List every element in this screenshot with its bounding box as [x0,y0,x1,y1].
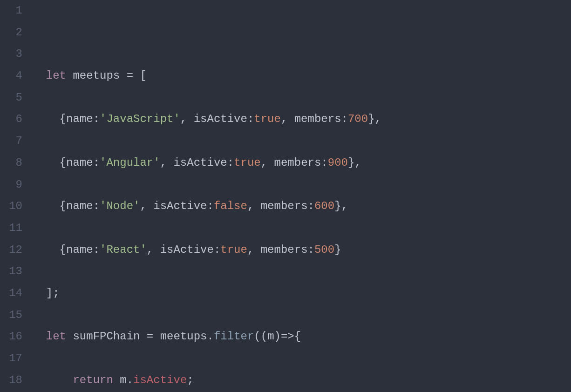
code-line [33,22,571,44]
line-number-gutter: 1 2 3 4 5 6 7 8 9 10 11 12 13 14 15 16 1… [0,0,33,392]
line-number: 15 [0,304,22,326]
line-number: 7 [0,130,22,152]
line-number: 14 [0,283,22,304]
line-number: 3 [0,43,22,65]
line-number: 13 [0,261,22,283]
code-line: return m.isActive; [33,370,571,392]
line-number: 5 [0,87,22,109]
code-line: {name:'Node', isActive:false, members:60… [33,196,571,217]
line-number: 16 [0,326,22,348]
code-line: ]; [33,283,571,304]
line-number: 8 [0,152,22,174]
code-line: {name:'Angular', isActive:true, members:… [33,152,571,174]
line-number: 2 [0,22,22,44]
line-number: 6 [0,108,22,130]
line-number: 1 [0,0,22,22]
code-line: let sumFPChain = meetups.filter((m)=>{ [33,326,571,348]
line-number: 17 [0,348,22,370]
line-number: 10 [0,196,22,217]
code-line: let meetups = [ [33,65,571,87]
line-number: 4 [0,65,22,87]
line-number: 18 [0,370,22,392]
code-content[interactable]: let meetups = [ {name:'JavaScript', isAc… [33,0,571,392]
line-number: 11 [0,217,22,239]
line-number: 12 [0,239,22,261]
code-line: {name:'React', isActive:true, members:50… [33,239,571,261]
code-editor[interactable]: 1 2 3 4 5 6 7 8 9 10 11 12 13 14 15 16 1… [0,0,571,392]
code-line: {name:'JavaScript', isActive:true, membe… [33,108,571,130]
line-number: 9 [0,174,22,196]
